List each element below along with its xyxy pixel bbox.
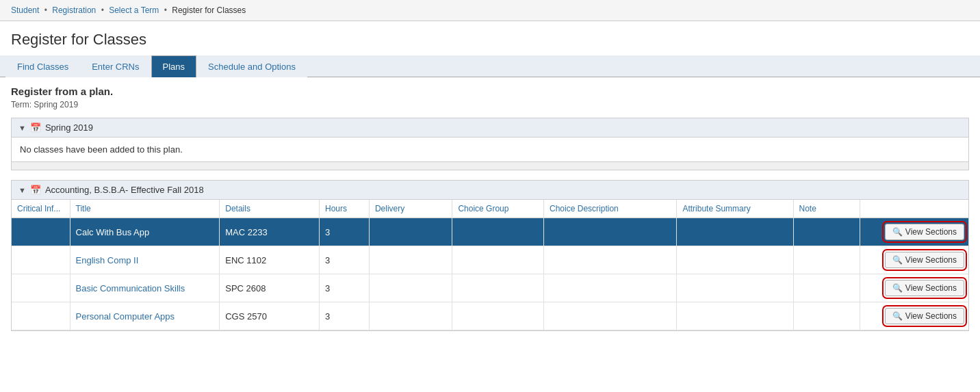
cell-critical-4 — [12, 302, 70, 330]
table-row: English Comp II ENC 1102 3 🔍 View Sectio… — [12, 246, 968, 274]
cell-critical-2 — [12, 246, 70, 274]
breadcrumb-registration[interactable]: Registration — [52, 5, 96, 15]
plan-term: Term: Spring 2019 — [11, 100, 969, 109]
cell-choice-group-3 — [452, 274, 544, 302]
cell-attr-3 — [677, 274, 793, 302]
search-icon-1: 🔍 — [892, 227, 903, 237]
search-icon-4: 🔍 — [892, 311, 903, 321]
search-icon-3: 🔍 — [892, 283, 903, 293]
cell-delivery-4 — [369, 302, 452, 330]
col-header-critical: Critical Inf... — [12, 200, 70, 218]
col-header-attr: Attribute Summary — [677, 200, 793, 218]
cell-note-3 — [793, 274, 860, 302]
cell-choice-desc-1 — [544, 218, 677, 246]
course-link-4[interactable]: Personal Computer Apps — [76, 311, 175, 322]
section-spring2019: ▼ 📅 Spring 2019 No classes have been add… — [11, 118, 969, 170]
page-title: Register for Classes — [0, 21, 980, 55]
cell-delivery-1 — [369, 218, 452, 246]
col-header-details: Details — [220, 200, 320, 218]
cell-details-2: ENC 1102 — [220, 246, 320, 274]
cell-choice-group-2 — [452, 246, 544, 274]
view-sections-button-1[interactable]: 🔍 View Sections — [885, 224, 964, 240]
main-content: Register from a plan. Term: Spring 2019 … — [0, 77, 980, 349]
cell-delivery-2 — [369, 246, 452, 274]
section-header-spring2019: ▼ 📅 Spring 2019 — [12, 118, 968, 138]
no-classes-message: No classes have been added to this plan. — [12, 138, 968, 161]
tab-schedule-options[interactable]: Schedule and Options — [196, 55, 307, 77]
tab-plans[interactable]: Plans — [151, 55, 197, 77]
cell-details-4: CGS 2570 — [220, 302, 320, 330]
cell-title-1: Calc With Bus App — [70, 218, 220, 246]
cell-choice-desc-3 — [544, 274, 677, 302]
cell-details-1: MAC 2233 — [220, 218, 320, 246]
breadcrumb-select-term[interactable]: Select a Term — [109, 5, 159, 15]
table-row: Basic Communication Skills SPC 2608 3 🔍 … — [12, 274, 968, 302]
cell-hours-2: 3 — [320, 246, 370, 274]
courses-table: Critical Inf... Title Details Hours Deli… — [12, 200, 968, 330]
cell-note-2 — [793, 246, 860, 274]
breadcrumb-sep-2: • — [101, 5, 104, 15]
view-sections-button-3[interactable]: 🔍 View Sections — [885, 280, 964, 296]
cell-attr-2 — [677, 246, 793, 274]
tabs-bar: Find Classes Enter CRNs Plans Schedule a… — [0, 55, 980, 77]
cell-action-4: 🔍 View Sections — [860, 302, 968, 330]
cell-attr-4 — [677, 302, 793, 330]
table-header-row: Critical Inf... Title Details Hours Deli… — [12, 200, 968, 218]
cell-action-3: 🔍 View Sections — [860, 274, 968, 302]
view-sections-button-2[interactable]: 🔍 View Sections — [885, 252, 964, 268]
cell-hours-1: 3 — [320, 218, 370, 246]
cell-title-3: Basic Communication Skills — [70, 274, 220, 302]
col-header-title: Title — [70, 200, 220, 218]
cell-details-3: SPC 2608 — [220, 274, 320, 302]
cell-title-2: English Comp II — [70, 246, 220, 274]
cell-hours-3: 3 — [320, 274, 370, 302]
tab-enter-crns[interactable]: Enter CRNs — [80, 55, 151, 77]
cell-critical-3 — [12, 274, 70, 302]
breadcrumb-sep-3: • — [164, 5, 167, 15]
cell-choice-desc-4 — [544, 302, 677, 330]
col-header-choice-desc: Choice Description — [544, 200, 677, 218]
collapse-arrow-spring2019[interactable]: ▼ — [18, 124, 26, 132]
section-accounting-bsba: ▼ 📅 Accounting, B.S.B.A- Effective Fall … — [11, 180, 969, 331]
breadcrumb-current: Register for Classes — [172, 5, 246, 15]
cell-title-4: Personal Computer Apps — [70, 302, 220, 330]
tab-find-classes[interactable]: Find Classes — [5, 55, 80, 77]
cell-attr-1 — [677, 218, 793, 246]
course-link-1[interactable]: Calc With Bus App — [76, 227, 150, 237]
cell-hours-4: 3 — [320, 302, 370, 330]
cell-choice-group-1 — [452, 218, 544, 246]
breadcrumb-sep-1: • — [44, 5, 47, 15]
cell-note-4 — [793, 302, 860, 330]
section-title-accounting: Accounting, B.S.B.A- Effective Fall 2018 — [45, 185, 204, 195]
search-icon-2: 🔍 — [892, 255, 903, 265]
col-header-note: Note — [793, 200, 860, 218]
table-row: Personal Computer Apps CGS 2570 3 🔍 View… — [12, 302, 968, 330]
cell-choice-group-4 — [452, 302, 544, 330]
table-row: Calc With Bus App MAC 2233 3 🔍 View Sect… — [12, 218, 968, 246]
cell-critical-1 — [12, 218, 70, 246]
collapse-arrow-accounting[interactable]: ▼ — [18, 186, 26, 194]
course-link-2[interactable]: English Comp II — [76, 255, 139, 265]
plan-heading: Register from a plan. — [11, 86, 969, 97]
col-header-delivery: Delivery — [369, 200, 452, 218]
calendar-icon-spring2019: 📅 — [30, 122, 41, 133]
cell-choice-desc-2 — [544, 246, 677, 274]
cell-action-2: 🔍 View Sections — [860, 246, 968, 274]
section-title-spring2019: Spring 2019 — [45, 122, 93, 133]
col-header-hours: Hours — [320, 200, 370, 218]
col-header-action — [860, 200, 968, 218]
col-header-choice-group: Choice Group — [452, 200, 544, 218]
cell-delivery-3 — [369, 274, 452, 302]
view-sections-button-4[interactable]: 🔍 View Sections — [885, 308, 964, 324]
breadcrumb: Student • Registration • Select a Term •… — [0, 0, 980, 21]
scrollbar-spring2019[interactable] — [12, 161, 968, 170]
breadcrumb-student[interactable]: Student — [11, 5, 39, 15]
cell-note-1 — [793, 218, 860, 246]
section-header-accounting: ▼ 📅 Accounting, B.S.B.A- Effective Fall … — [12, 181, 968, 200]
calendar-icon-accounting: 📅 — [30, 185, 41, 195]
cell-action-1: 🔍 View Sections — [860, 218, 968, 246]
course-link-3[interactable]: Basic Communication Skills — [76, 283, 185, 293]
